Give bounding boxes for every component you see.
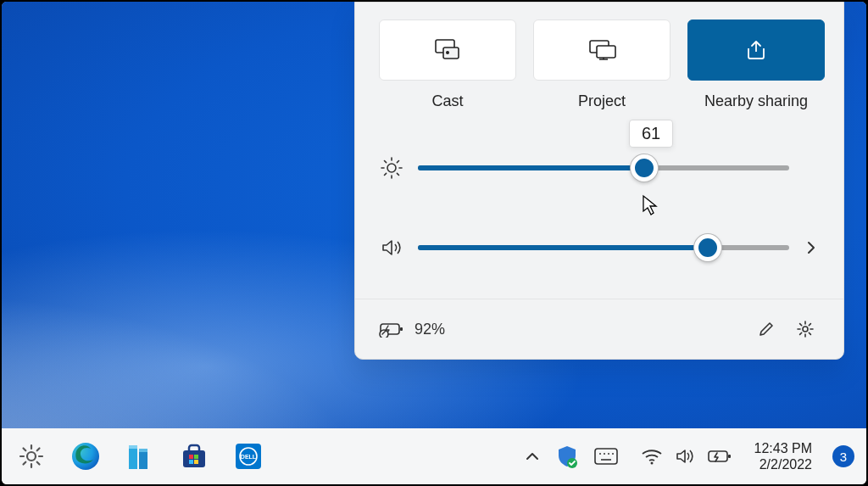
svg-point-20 (27, 452, 36, 461)
svg-line-12 (385, 161, 387, 163)
nearby-sharing-tile[interactable] (687, 20, 825, 81)
volume-icon (379, 235, 404, 260)
svg-point-38 (608, 453, 609, 455)
edit-quick-settings-button[interactable] (752, 315, 781, 344)
brightness-slider[interactable] (418, 165, 789, 170)
svg-rect-35 (595, 449, 617, 464)
svg-rect-27 (189, 455, 193, 459)
svg-point-7 (387, 164, 396, 172)
tray-keyboard-icon[interactable] (593, 447, 619, 466)
cast-icon (433, 38, 462, 62)
battery-saver-icon[interactable] (379, 321, 404, 338)
cast-tile[interactable] (379, 20, 516, 81)
notification-badge[interactable]: 3 (832, 445, 854, 467)
svg-rect-28 (194, 455, 198, 459)
taskbar-store-app[interactable] (175, 437, 214, 476)
taskbar: DELL (2, 428, 866, 484)
quick-settings-flyout: Cast Project (354, 2, 844, 360)
svg-rect-42 (709, 451, 727, 461)
svg-rect-30 (194, 460, 198, 464)
svg-rect-22 (129, 445, 137, 469)
volume-thumb[interactable] (694, 234, 721, 261)
cast-label: Cast (431, 92, 463, 110)
svg-point-37 (604, 453, 605, 455)
tray-time: 12:43 PM (754, 440, 812, 456)
svg-rect-4 (597, 46, 615, 58)
volume-slider[interactable] (418, 245, 789, 250)
tray-network-volume-battery[interactable] (634, 444, 739, 469)
svg-rect-29 (189, 460, 193, 464)
svg-line-15 (397, 161, 398, 163)
svg-line-14 (385, 173, 387, 175)
project-label: Project (578, 92, 626, 110)
taskbar-edge-app[interactable] (66, 437, 105, 476)
svg-point-19 (803, 327, 808, 332)
svg-point-39 (612, 453, 614, 455)
volume-tray-icon (675, 447, 695, 466)
nearby-sharing-label: Nearby sharing (704, 92, 808, 110)
svg-text:DELL: DELL (241, 454, 257, 460)
svg-rect-43 (728, 455, 731, 458)
svg-point-2 (446, 51, 449, 54)
brightness-tooltip: 61 (629, 120, 673, 148)
svg-point-36 (599, 453, 601, 455)
volume-flyout-button[interactable] (803, 239, 820, 256)
battery-percentage: 92% (415, 321, 445, 338)
svg-point-41 (650, 462, 653, 465)
tray-date: 2/2/2022 (760, 456, 812, 472)
brightness-icon (379, 155, 404, 181)
svg-rect-24 (129, 445, 137, 449)
svg-line-13 (397, 173, 398, 175)
tray-overflow-button[interactable] (524, 448, 541, 465)
svg-rect-1 (443, 47, 459, 59)
settings-button[interactable] (791, 315, 820, 344)
project-tile[interactable] (533, 20, 670, 81)
svg-rect-25 (139, 449, 147, 452)
taskbar-settings-app[interactable] (12, 437, 51, 476)
taskbar-dell-app[interactable]: DELL (229, 437, 268, 476)
svg-rect-17 (400, 327, 403, 331)
project-icon (587, 39, 617, 61)
tray-security-icon[interactable] (556, 444, 578, 468)
taskbar-server-app[interactable] (120, 437, 159, 476)
tray-clock[interactable]: 12:43 PM 2/2/2022 (754, 440, 812, 472)
svg-point-18 (380, 330, 388, 338)
brightness-thumb[interactable] (631, 154, 658, 182)
share-icon (743, 38, 769, 62)
battery-tray-icon (707, 449, 732, 464)
wifi-icon (641, 448, 663, 465)
